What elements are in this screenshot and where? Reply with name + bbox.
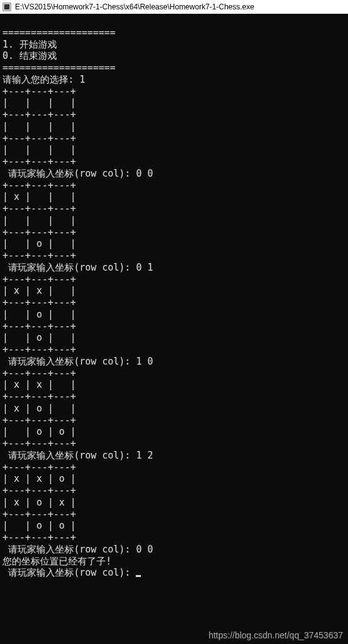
board-border: +---+---+---+ [3,462,76,473]
board-border: +---+---+---+ [3,133,76,144]
board-row: | | | | [3,121,76,132]
coord-prompt-3: 请玩家输入坐标(row col): 1 0 [3,356,153,367]
board-border: +---+---+---+ [3,227,76,238]
board-border: +---+---+---+ [3,391,76,402]
board-row: | x | o | | [3,403,76,414]
board-row: | x | o | x | [3,497,76,508]
coord-prompt-current[interactable]: 请玩家输入坐标(row col): [3,567,141,578]
board-border: +---+---+---+ [3,485,76,496]
board-row: | | o | | [3,238,76,249]
menu-start: 1. 开始游戏 [3,39,57,50]
board-row: | | o | o | [3,520,76,531]
board-border: +---+---+---+ [3,368,76,379]
board-row: | x | x | o | [3,473,76,484]
app-icon [3,3,11,11]
board-border: +---+---+---+ [3,156,76,167]
board-border: +---+---+---+ [3,532,76,543]
board-border: +---+---+---+ [3,438,76,449]
menu-divider-bottom: ==================== [3,62,116,73]
coord-prompt-4: 请玩家输入坐标(row col): 1 2 [3,450,153,461]
menu-end: 0. 结束游戏 [3,50,57,61]
board-border: +---+---+---+ [3,509,76,520]
board-row: | | | | [3,144,76,155]
board-border: +---+---+---+ [3,274,76,285]
console-output: ==================== 1. 开始游戏 0. 结束游戏 ===… [0,14,348,580]
board-border: +---+---+---+ [3,86,76,97]
menu-divider-top: ==================== [3,27,116,38]
board-row: | | o | | [3,332,76,343]
board-row: | | | | [3,97,76,108]
choice-line: 请输入您的选择: 1 [3,74,85,85]
coord-prompt-5: 请玩家输入坐标(row col): 0 0 [3,544,153,555]
window-title: E:\VS2015\Homework7-1-Chess\x64\Release\… [15,3,254,11]
svg-rect-1 [4,4,10,10]
board-border: +---+---+---+ [3,297,76,308]
watermark: https://blog.csdn.net/qq_37453637 [208,630,343,640]
window-title-bar[interactable]: E:\VS2015\Homework7-1-Chess\x64\Release\… [0,0,348,14]
board-border: +---+---+---+ [3,415,76,426]
board-row: | x | x | | [3,379,76,390]
occupied-message: 您的坐标位置已经有了子! [3,556,111,567]
board-border: +---+---+---+ [3,203,76,214]
board-border: +---+---+---+ [3,109,76,120]
board-row: | x | | | [3,191,76,202]
board-border: +---+---+---+ [3,180,76,191]
board-row: | | | | [3,215,76,226]
board-border: +---+---+---+ [3,321,76,332]
board-border: +---+---+---+ [3,344,76,355]
coord-prompt-1: 请玩家输入坐标(row col): 0 0 [3,168,153,179]
board-row: | | o | | [3,309,76,320]
board-border: +---+---+---+ [3,250,76,261]
board-row: | x | x | | [3,285,76,296]
board-row: | | o | o | [3,426,76,437]
cursor-icon [136,575,141,577]
coord-prompt-2: 请玩家输入坐标(row col): 0 1 [3,262,153,273]
